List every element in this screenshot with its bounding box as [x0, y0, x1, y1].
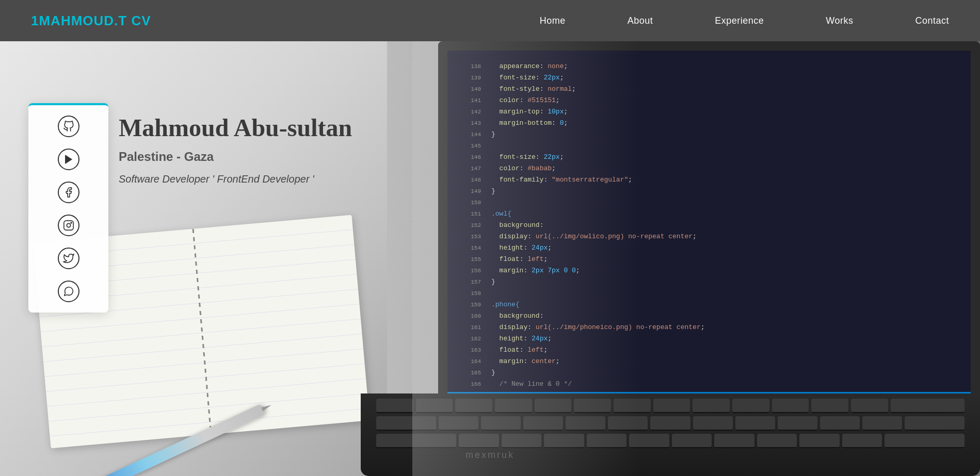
key [455, 399, 492, 413]
key [891, 399, 965, 413]
whatsapp-svg [63, 286, 74, 297]
instagram-icon[interactable] [58, 215, 79, 236]
key [587, 434, 627, 448]
key [650, 416, 690, 431]
nav-link-experience[interactable]: Experience [715, 15, 764, 26]
twitter-svg [63, 253, 74, 264]
key [608, 416, 648, 431]
nav-item-home[interactable]: Home [540, 15, 566, 26]
key [714, 434, 754, 448]
github-svg [63, 121, 74, 132]
nav-link-home[interactable]: Home [540, 15, 566, 26]
keyboard-keys-container [376, 399, 965, 448]
key [772, 399, 809, 413]
facebook-icon[interactable] [58, 182, 79, 203]
hero-role: Software Developer ' FrontEnd Developer … [119, 173, 352, 185]
nav-link-contact[interactable]: Contact [915, 15, 949, 26]
key [799, 434, 840, 448]
keyboard-row-1 [376, 399, 965, 413]
keyboard-row-2 [376, 416, 965, 431]
key [502, 434, 542, 448]
key [885, 434, 965, 448]
hero-location: Palestine - Gaza [119, 150, 352, 164]
key [778, 416, 817, 431]
key [629, 434, 669, 448]
hero-name: Mahmoud Abu-sultan [119, 113, 352, 142]
key [376, 399, 413, 413]
key [614, 399, 651, 413]
nav-item-works[interactable]: Works [826, 15, 853, 26]
key [495, 399, 532, 413]
key [811, 399, 848, 413]
laptop: 138 appearance: none; 139 font-size: 22p… [412, 41, 980, 476]
key [535, 399, 572, 413]
key [735, 416, 775, 431]
sidebar-social-card [28, 103, 108, 313]
watermark: mexmruk [465, 450, 515, 461]
play-icon[interactable] [58, 149, 79, 170]
key [842, 434, 882, 448]
key [544, 434, 584, 448]
svg-marker-0 [65, 155, 72, 164]
facebook-svg [63, 187, 74, 198]
code-editor: 138 appearance: none; 139 font-size: 22p… [447, 51, 971, 403]
key [376, 416, 436, 431]
key [905, 416, 965, 431]
key [693, 416, 733, 431]
key [376, 434, 456, 448]
key [574, 399, 611, 413]
hero-text-block: Mahmoud Abu-sultan Palestine - Gaza Soft… [119, 113, 352, 185]
laptop-screen: 138 appearance: none; 139 font-size: 22p… [438, 41, 980, 413]
laptop-keyboard [361, 393, 980, 476]
svg-point-3 [71, 222, 72, 223]
whatsapp-icon[interactable] [58, 281, 79, 302]
svg-point-2 [67, 223, 70, 227]
key [439, 416, 478, 431]
keyboard-row-3 [376, 434, 965, 448]
navbar: 1MAHMOUD.T CV Home About Experience Work… [0, 0, 980, 41]
hero-section: 138 appearance: none; 139 font-size: 22p… [0, 41, 980, 476]
key [416, 399, 453, 413]
key [862, 416, 902, 431]
github-icon[interactable] [58, 116, 79, 137]
key [672, 434, 712, 448]
brand-logo[interactable]: 1MAHMOUD.T CV [31, 13, 151, 29]
key [693, 399, 730, 413]
nav-link-about[interactable]: About [628, 15, 653, 26]
key [653, 399, 690, 413]
key [757, 434, 797, 448]
key [459, 434, 499, 448]
twitter-icon[interactable] [58, 248, 79, 269]
key [481, 416, 521, 431]
key [523, 416, 563, 431]
svg-rect-1 [63, 221, 73, 230]
play-svg [63, 154, 74, 165]
key [820, 416, 860, 431]
key [566, 416, 605, 431]
key [732, 399, 769, 413]
key [851, 399, 888, 413]
nav-links: Home About Experience Works Contact [540, 15, 949, 26]
nav-item-contact[interactable]: Contact [915, 15, 949, 26]
nav-item-about[interactable]: About [628, 15, 653, 26]
nav-link-works[interactable]: Works [826, 15, 853, 26]
nav-item-experience[interactable]: Experience [715, 15, 764, 26]
instagram-svg [63, 220, 74, 231]
